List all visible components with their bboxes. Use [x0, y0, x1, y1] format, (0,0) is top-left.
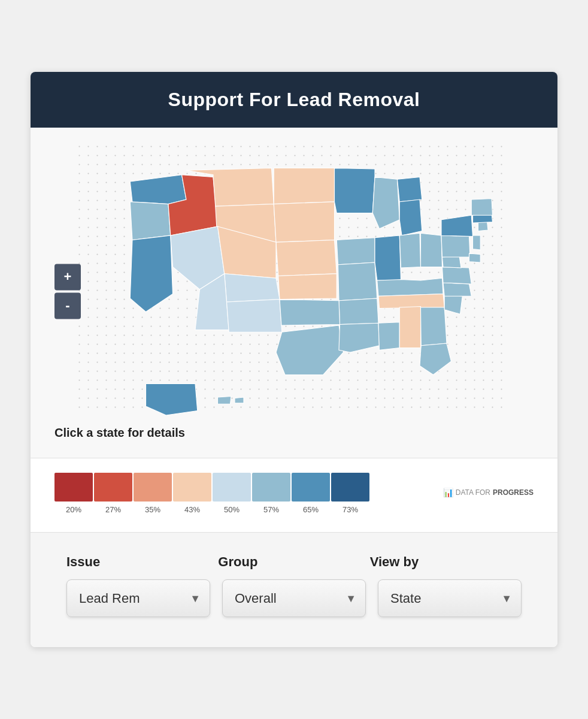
- viewby-label: View by: [370, 554, 522, 570]
- state-nj[interactable]: [473, 235, 481, 250]
- state-hi[interactable]: [218, 397, 232, 404]
- legend-swatch-label: 43%: [184, 505, 200, 514]
- legend-swatch: [252, 473, 290, 502]
- state-ia[interactable]: [337, 238, 375, 265]
- issue-select[interactable]: Lead RemClimateHealthcare: [66, 579, 210, 617]
- controls-labels: Issue Group View by: [66, 554, 522, 570]
- state-mi-upper[interactable]: [398, 177, 422, 202]
- legend-swatch-label: 65%: [303, 505, 319, 514]
- state-hi2[interactable]: [235, 397, 244, 403]
- group-select[interactable]: OverallDemocratRepublicanIndependent: [222, 579, 366, 617]
- legend-swatch-group: 65%: [292, 473, 330, 514]
- legend-row: 20%27%35%43%50%57%65%73% 📊 DATA FOR PROG…: [54, 473, 534, 514]
- legend-swatch-label: 35%: [145, 505, 160, 514]
- branding: 📊 DATA FOR PROGRESS: [443, 488, 534, 514]
- legend-swatch: [213, 473, 251, 502]
- map-section: + -: [31, 128, 557, 458]
- state-ks[interactable]: [278, 274, 337, 300]
- state-in[interactable]: [399, 233, 420, 268]
- state-nm[interactable]: [227, 300, 282, 333]
- state-nd[interactable]: [274, 168, 334, 204]
- state-va[interactable]: [442, 267, 472, 285]
- state-mi-lower[interactable]: [399, 200, 422, 235]
- state-al[interactable]: [399, 307, 420, 348]
- state-mn[interactable]: [335, 168, 375, 213]
- viewby-select[interactable]: StateCountyDistrict: [378, 579, 522, 617]
- page-title: Support For Lead Removal: [43, 89, 545, 111]
- state-il[interactable]: [375, 235, 401, 280]
- legend-swatch-label: 73%: [343, 505, 358, 514]
- controls-section: Issue Group View by Lead RemClimateHealt…: [31, 533, 557, 647]
- main-card: Support For Lead Removal + -: [31, 72, 557, 647]
- legend-swatch-label: 57%: [263, 505, 279, 514]
- state-wi[interactable]: [372, 177, 399, 229]
- issue-label: Issue: [66, 554, 218, 570]
- zoom-out-button[interactable]: -: [54, 292, 81, 319]
- state-ok[interactable]: [280, 300, 340, 326]
- state-nc[interactable]: [443, 283, 471, 297]
- state-md[interactable]: [469, 253, 481, 262]
- legend-swatch: [292, 473, 330, 502]
- legend-swatch-group: 20%: [54, 473, 93, 514]
- controls-selects: Lead RemClimateHealthcare ▼ OverallDemoc…: [66, 579, 522, 617]
- zoom-in-button[interactable]: +: [54, 264, 81, 290]
- state-ky[interactable]: [377, 278, 443, 296]
- branding-bold: PROGRESS: [493, 488, 534, 497]
- legend-swatch-group: 43%: [173, 473, 211, 514]
- legend-swatch: [173, 473, 211, 502]
- us-map[interactable]: [54, 146, 534, 415]
- click-instruction: Click a state for details: [54, 415, 534, 446]
- legend-swatch: [54, 473, 93, 502]
- legend-swatch-group: 57%: [252, 473, 290, 514]
- legend-swatch-label: 27%: [105, 505, 121, 514]
- zoom-controls: + -: [54, 264, 81, 319]
- state-or[interactable]: [130, 202, 171, 240]
- state-co[interactable]: [225, 274, 280, 302]
- header: Support For Lead Removal: [31, 72, 557, 128]
- map-wrapper: + -: [54, 146, 534, 415]
- legend-swatch-group: 73%: [331, 473, 369, 514]
- legend-swatch-group: 50%: [213, 473, 251, 514]
- state-mo[interactable]: [338, 262, 377, 301]
- legend-swatch: [134, 473, 172, 502]
- branding-prefix: DATA FOR: [456, 488, 490, 497]
- state-ms[interactable]: [378, 322, 399, 351]
- state-ga[interactable]: [421, 307, 447, 346]
- group-label: Group: [218, 554, 369, 570]
- viewby-select-wrapper: StateCountyDistrict ▼: [378, 579, 522, 617]
- state-ne[interactable]: [276, 240, 337, 276]
- state-me[interactable]: [471, 199, 492, 216]
- legend-swatches: 20%27%35%43%50%57%65%73%: [54, 473, 371, 514]
- legend-section: 20%27%35%43%50%57%65%73% 📊 DATA FOR PROG…: [31, 458, 557, 533]
- state-ar[interactable]: [339, 298, 378, 325]
- legend-swatch-label: 50%: [224, 505, 240, 514]
- group-select-wrapper: OverallDemocratRepublicanIndependent ▼: [222, 579, 366, 617]
- state-oh[interactable]: [421, 233, 442, 267]
- state-pa[interactable]: [441, 235, 470, 257]
- legend-swatch-label: 20%: [66, 505, 81, 514]
- issue-select-wrapper: Lead RemClimateHealthcare ▼: [66, 579, 210, 617]
- state-sd[interactable]: [274, 202, 334, 243]
- state-tn[interactable]: [378, 294, 444, 309]
- legend-swatch: [331, 473, 369, 502]
- legend-swatch-group: 35%: [134, 473, 172, 514]
- state-wv[interactable]: [442, 256, 462, 268]
- legend-swatch: [94, 473, 132, 502]
- legend-swatch-group: 27%: [94, 473, 132, 514]
